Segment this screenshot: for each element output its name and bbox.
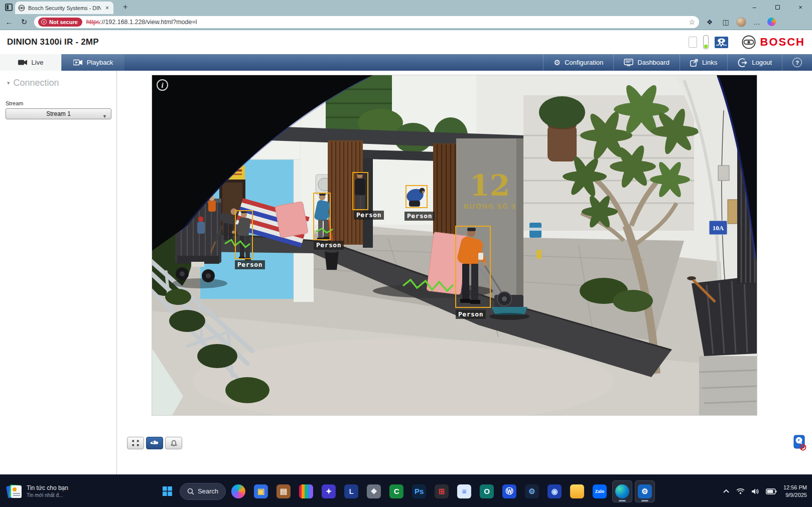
- url-rest: ://192.168.1.228/view.html?mode=l: [100, 19, 197, 26]
- taskbar-app-zalo[interactable]: Zalo: [590, 480, 610, 502]
- favorite-star-icon[interactable]: ☆: [689, 18, 695, 26]
- taskbar-news-widget[interactable]: Tin tức cho bạn Tin mới nhất đ...: [4, 475, 71, 507]
- taskbar-app-unikey[interactable]: ⊞: [432, 480, 452, 502]
- browser-toolbar: ← ↻ i Not secure https://192.168.1.228/v…: [0, 14, 812, 30]
- tab-actions-icon[interactable]: [5, 4, 13, 11]
- volume-icon[interactable]: [751, 488, 759, 495]
- tab-live[interactable]: Live: [0, 54, 61, 71]
- content-area: 12 ĐƯỜNG SỐ 3: [117, 71, 812, 474]
- taskbar-app-l-app[interactable]: L: [341, 480, 361, 502]
- battery-icon[interactable]: [766, 488, 777, 494]
- detection-label: Person: [235, 260, 265, 269]
- taskbar-app-file-explorer[interactable]: [567, 480, 587, 502]
- detection-overlay: PersonPersonPersonPersonPerson: [152, 75, 757, 415]
- address-bar[interactable]: i Not secure https://192.168.1.228/view.…: [34, 16, 699, 28]
- new-tab-button[interactable]: +: [119, 2, 131, 12]
- help-icon: ?: [792, 58, 802, 67]
- window-minimize-button[interactable]: –: [743, 0, 766, 14]
- nav-configuration-label: Configuration: [565, 59, 603, 66]
- device-tool-icon: ⚙: [638, 484, 652, 498]
- edge-icon: [615, 484, 629, 498]
- search-label: Search: [198, 487, 218, 495]
- bell-icon: [171, 440, 177, 447]
- nav-links[interactable]: Links: [680, 54, 727, 71]
- page-title: DINION 3100i IR - 2MP: [7, 30, 99, 54]
- storage-status-icon: [793, 435, 806, 451]
- camera-web-app: DINION 3100i IR - 2MP BOSCH Live: [0, 30, 812, 474]
- window-maximize-button[interactable]: [766, 0, 789, 14]
- photoshop-icon: Ps: [412, 484, 426, 498]
- taskbar-app-capture-tool[interactable]: ▣: [251, 480, 271, 502]
- tab-live-label: Live: [32, 59, 44, 66]
- video-analytics-toggle-button[interactable]: [146, 437, 163, 449]
- browser-tab[interactable]: Bosch Security Systems - DINION ×: [15, 2, 113, 14]
- nav-logout[interactable]: Logout: [727, 54, 782, 71]
- taskbar-app-photoshop[interactable]: Ps: [409, 480, 429, 502]
- taskbar-app-copilot[interactable]: [228, 480, 248, 502]
- connection-section-title: Connection: [14, 78, 59, 88]
- copilot-icon[interactable]: [767, 18, 776, 26]
- fullscreen-icon: [131, 440, 140, 446]
- taskbar-app-camtasia[interactable]: C: [386, 480, 407, 502]
- fullscreen-button[interactable]: [127, 437, 144, 449]
- taskbar-app-notepad[interactable]: ≡: [454, 480, 474, 502]
- back-button[interactable]: ←: [4, 18, 14, 26]
- not-secure-badge[interactable]: i Not secure: [38, 18, 82, 27]
- stream-dropdown[interactable]: Stream 1 ▼: [6, 108, 111, 119]
- taskbar-search[interactable]: Search: [180, 483, 226, 500]
- taskbar-app-dictionary-book[interactable]: ▤: [274, 480, 294, 502]
- nav-help[interactable]: ?: [782, 54, 812, 71]
- app-header: DINION 3100i IR - 2MP BOSCH: [0, 30, 812, 54]
- profile-avatar[interactable]: [736, 17, 746, 27]
- clock-time: 12:56 PM: [783, 484, 807, 491]
- clock-date: 9/9/2025: [783, 491, 807, 499]
- nav-configuration[interactable]: ⚙ Configuration: [543, 54, 613, 71]
- app-nav-bar: Live Playback ⚙ Configuration Dashboard …: [0, 54, 812, 71]
- file-explorer-icon: [570, 484, 584, 498]
- detection-box: [313, 193, 331, 240]
- logout-icon: [738, 58, 748, 68]
- stream-dropdown-value: Stream 1: [46, 110, 71, 117]
- nav-dashboard[interactable]: Dashboard: [613, 54, 680, 71]
- w-app-icon: Ⓦ: [502, 484, 516, 498]
- taskbar-app-o-app[interactable]: O: [477, 480, 497, 502]
- url-scheme: https: [86, 19, 100, 26]
- o-app-icon: O: [480, 484, 494, 498]
- taskbar-app-powertoys[interactable]: ❖: [364, 480, 384, 502]
- recording-gauge-icon: [703, 35, 709, 49]
- taskbar-app-clipchamp[interactable]: ✦: [319, 480, 339, 502]
- services-icon: ⚙: [525, 484, 539, 498]
- wifi-icon[interactable]: [736, 488, 745, 494]
- tab-playback[interactable]: Playback: [61, 54, 124, 71]
- start-button[interactable]: [157, 480, 177, 502]
- browser-menu-icon[interactable]: …: [751, 18, 762, 26]
- info-icon: i: [41, 19, 47, 25]
- news-widget-icon: [7, 484, 22, 499]
- copilot-icon: [231, 484, 245, 498]
- taskbar-app-w-app[interactable]: Ⓦ: [499, 480, 519, 502]
- taskbar-clock[interactable]: 12:56 PM 9/9/2025: [783, 484, 807, 499]
- detection-box: [405, 185, 428, 208]
- taskbar-app-services[interactable]: ⚙: [522, 480, 542, 502]
- zalo-icon: Zalo: [593, 484, 607, 498]
- detection-box: [235, 210, 253, 259]
- taskbar-app-camera-app[interactable]: ◉: [545, 480, 565, 502]
- taskbar-app-device-tool[interactable]: ⚙: [635, 480, 655, 502]
- tab-close-icon[interactable]: ×: [104, 5, 110, 12]
- tray-chevron-icon[interactable]: [723, 489, 730, 493]
- window-close-button[interactable]: ×: [789, 0, 812, 14]
- not-secure-label: Not secure: [49, 19, 78, 25]
- camera-app-icon: ◉: [548, 484, 562, 498]
- tab-title: Bosch Security Systems - DINION: [28, 5, 101, 11]
- taskbar-app-edge[interactable]: [612, 480, 632, 502]
- windows-taskbar: Tin tức cho bạn Tin mới nhất đ... Search…: [0, 474, 812, 507]
- taskbar-app-photos[interactable]: [296, 480, 316, 502]
- live-video-feed[interactable]: 12 ĐƯỜNG SỐ 3: [152, 75, 757, 415]
- detection-box: [352, 172, 368, 210]
- connection-section-header[interactable]: ▾ Connection: [7, 78, 116, 88]
- refresh-button[interactable]: ↻: [19, 18, 29, 27]
- detection-label: Person: [404, 212, 435, 221]
- split-screen-icon[interactable]: ◫: [720, 18, 731, 26]
- alarm-bell-button[interactable]: [165, 437, 182, 449]
- extensions-icon[interactable]: ❖: [704, 18, 715, 26]
